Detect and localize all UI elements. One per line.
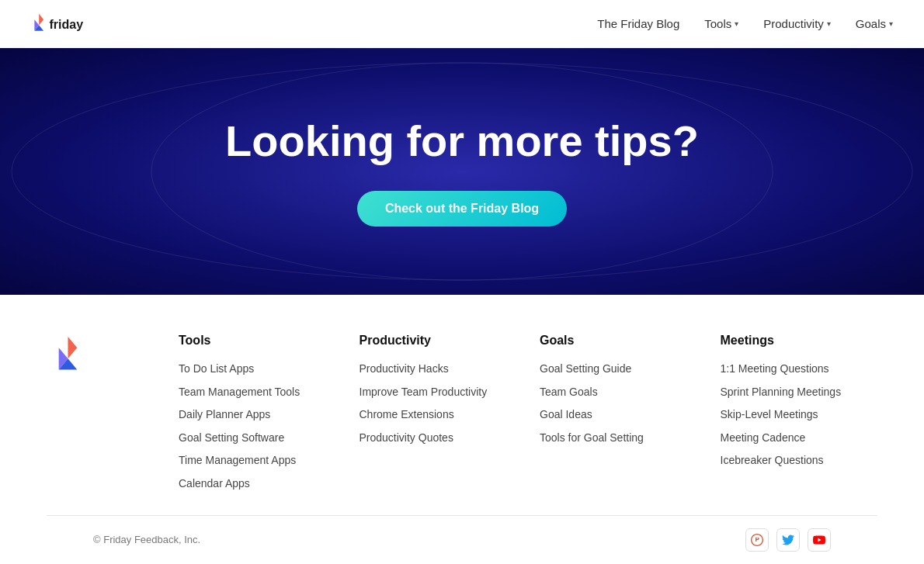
meetings-link-0[interactable]: 1:1 Meeting Questions	[721, 362, 829, 375]
footer-meetings-title: Meetings	[721, 334, 878, 348]
list-item: Daily Planner Apps	[179, 407, 336, 423]
list-item: Time Management Apps	[179, 453, 336, 469]
goals-link-2[interactable]: Goal Ideas	[540, 408, 592, 420]
meetings-link-3[interactable]: Meeting Cadence	[721, 431, 806, 444]
prod-link-3[interactable]: Productivity Quotes	[360, 431, 453, 444]
footer-meetings-list: 1:1 Meeting Questions Sprint Planning Me…	[721, 362, 878, 469]
list-item: 1:1 Meeting Questions	[721, 362, 878, 377]
product-hunt-icon[interactable]	[745, 528, 769, 552]
tools-link-1[interactable]: Team Management Tools	[179, 386, 300, 398]
list-item: Sprint Planning Meetings	[721, 385, 878, 400]
footer-meetings-col: Meetings 1:1 Meeting Questions Sprint Pl…	[721, 334, 878, 500]
meetings-link-4[interactable]: Icebreaker Questions	[721, 454, 824, 466]
list-item: Tools for Goal Setting	[540, 431, 697, 446]
list-item: Productivity Quotes	[360, 431, 517, 446]
nav-productivity-label: Productivity	[763, 17, 824, 30]
footer-productivity-list: Productivity Hacks Improve Team Producti…	[360, 362, 517, 445]
list-item: Goal Setting Software	[179, 431, 336, 446]
footer-goals-col: Goals Goal Setting Guide Team Goals Goal…	[540, 334, 697, 500]
tools-link-4[interactable]: Time Management Apps	[179, 454, 296, 466]
prod-link-0[interactable]: Productivity Hacks	[360, 362, 449, 375]
goals-link-0[interactable]: Goal Setting Guide	[540, 362, 631, 375]
logo[interactable]: friday	[31, 10, 105, 38]
youtube-icon[interactable]	[808, 528, 831, 552]
hero-section: Looking for more tips? Check out the Fri…	[0, 48, 924, 295]
footer-tools-list: To Do List Apps Team Management Tools Da…	[179, 362, 336, 492]
twitter-icon[interactable]	[776, 528, 800, 552]
tools-link-0[interactable]: To Do List Apps	[179, 362, 254, 375]
footer-section: Tools To Do List Apps Team Management To…	[0, 295, 924, 564]
social-links	[745, 528, 831, 552]
nav-blog-link[interactable]: The Friday Blog	[597, 17, 679, 30]
nav-goals-label: Goals	[856, 17, 886, 30]
footer-productivity-title: Productivity	[360, 334, 517, 348]
footer-goals-list: Goal Setting Guide Team Goals Goal Ideas…	[540, 362, 697, 445]
prod-link-1[interactable]: Improve Team Productivity	[360, 386, 488, 398]
list-item: Skip-Level Meetings	[721, 407, 878, 423]
svg-marker-0	[39, 13, 43, 25]
list-item: To Do List Apps	[179, 362, 336, 377]
hero-title: Looking for more tips?	[225, 116, 699, 166]
list-item: Goal Setting Guide	[540, 362, 697, 377]
goals-link-3[interactable]: Tools for Goal Setting	[540, 431, 644, 444]
navbar: friday The Friday Blog Tools ▾ Productiv…	[0, 0, 924, 48]
meetings-link-2[interactable]: Skip-Level Meetings	[721, 408, 818, 420]
list-item: Team Management Tools	[179, 385, 336, 400]
list-item: Calendar Apps	[179, 476, 336, 492]
footer-tools-col: Tools To Do List Apps Team Management To…	[179, 334, 336, 500]
list-item: Team Goals	[540, 385, 697, 400]
productivity-chevron-icon: ▾	[827, 19, 831, 28]
footer-goals-title: Goals	[540, 334, 697, 348]
meetings-link-1[interactable]: Sprint Planning Meetings	[721, 386, 842, 398]
nav-tools-link[interactable]: Tools ▾	[704, 17, 738, 30]
goals-chevron-icon: ▾	[889, 19, 893, 28]
nav-blog-label: The Friday Blog	[597, 17, 679, 30]
nav-productivity-link[interactable]: Productivity ▾	[763, 17, 831, 30]
footer-bottom: © Friday Feedback, Inc.	[47, 516, 877, 564]
prod-link-2[interactable]: Chrome Extensions	[360, 408, 454, 420]
list-item: Productivity Hacks	[360, 362, 517, 377]
list-item: Chrome Extensions	[360, 407, 517, 423]
list-item: Goal Ideas	[540, 407, 697, 423]
list-item: Improve Team Productivity	[360, 385, 517, 400]
footer-logo	[47, 334, 155, 500]
tools-link-2[interactable]: Daily Planner Apps	[179, 408, 270, 420]
copyright-text: © Friday Feedback, Inc.	[93, 534, 200, 545]
svg-marker-4	[68, 337, 78, 358]
tools-link-3[interactable]: Goal Setting Software	[179, 431, 284, 444]
svg-text:friday: friday	[49, 16, 83, 30]
nav-links: The Friday Blog Tools ▾ Productivity ▾ G…	[597, 17, 893, 30]
footer-grid: Tools To Do List Apps Team Management To…	[47, 334, 877, 500]
tools-link-5[interactable]: Calendar Apps	[179, 477, 250, 490]
hero-cta-button[interactable]: Check out the Friday Blog	[357, 191, 567, 227]
goals-link-1[interactable]: Team Goals	[540, 386, 598, 398]
nav-goals-link[interactable]: Goals ▾	[856, 17, 893, 30]
hero-map-background	[0, 48, 924, 295]
nav-tools-label: Tools	[704, 17, 731, 30]
footer-productivity-col: Productivity Productivity Hacks Improve …	[360, 334, 517, 500]
list-item: Icebreaker Questions	[721, 453, 878, 469]
list-item: Meeting Cadence	[721, 431, 878, 446]
tools-chevron-icon: ▾	[735, 19, 738, 28]
footer-tools-title: Tools	[179, 334, 336, 348]
